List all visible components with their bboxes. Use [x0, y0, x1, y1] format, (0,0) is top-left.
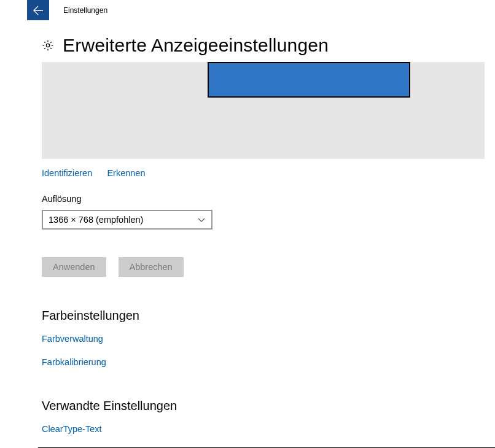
resolution-label: Auflösung	[42, 194, 495, 204]
chevron-down-icon	[197, 215, 206, 224]
apply-button[interactable]: Anwenden	[42, 257, 106, 277]
page-title: Erweiterte Anzeigeeinstellungen	[63, 35, 329, 56]
monitor-thumbnail[interactable]	[208, 62, 410, 98]
cleartype-link[interactable]: ClearType-Text	[42, 424, 495, 434]
title-bar: Einstellungen	[0, 0, 495, 20]
page-heading-row: Erweiterte Anzeigeeinstellungen	[42, 35, 495, 56]
back-button[interactable]	[27, 0, 49, 20]
related-heading: Verwandte Einstellungen	[42, 399, 495, 413]
resolution-select[interactable]: 1366 × 768 (empfohlen)	[42, 210, 212, 230]
resolution-value: 1366 × 768 (empfohlen)	[49, 215, 143, 225]
display-preview	[42, 62, 485, 159]
detect-link[interactable]: Erkennen	[107, 168, 145, 178]
color-heading: Farbeinstellungen	[42, 309, 495, 323]
action-buttons: Anwenden Abbrechen	[42, 257, 495, 277]
arrow-left-icon	[33, 5, 44, 16]
display-actions-row: Identifizieren Erkennen	[42, 168, 495, 178]
svg-point-0	[46, 44, 49, 47]
gear-icon	[42, 39, 54, 52]
cancel-button[interactable]: Abbrechen	[119, 257, 184, 277]
color-management-link[interactable]: Farbverwaltung	[42, 334, 495, 344]
identify-link[interactable]: Identifizieren	[42, 168, 92, 178]
app-title: Einstellungen	[63, 6, 107, 15]
color-calibration-link[interactable]: Farbkalibrierung	[42, 357, 495, 367]
